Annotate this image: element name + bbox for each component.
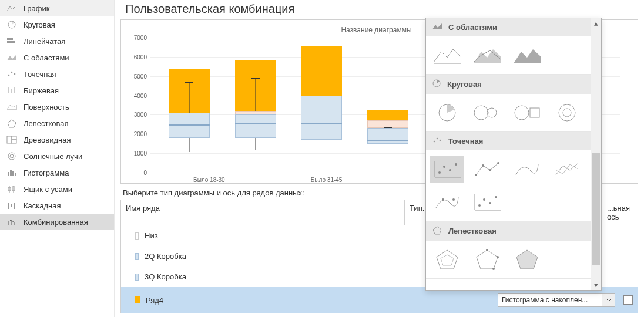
sidebar-item-label: Поверхность <box>24 103 69 112</box>
sidebar-item-label: Солнечные лучи <box>24 152 82 161</box>
svg-marker-30 <box>432 23 442 29</box>
chart-type-dropdown[interactable]: Гистограмма с накоплен... <box>498 293 615 307</box>
chart-subtype-thumb[interactable] <box>430 245 465 274</box>
series-swatch-icon <box>135 296 140 303</box>
sidebar-item-radar[interactable]: Лепестковая <box>0 115 114 131</box>
series-row[interactable]: Ряд4Гистограмма с накоплен... <box>121 287 638 313</box>
chart-subtype-thumb[interactable] <box>469 188 505 216</box>
pie-chart-icon <box>6 19 18 30</box>
sidebar-item-area[interactable]: С областями <box>0 49 114 66</box>
scrollbar[interactable]: ▴ ▾ <box>591 18 601 290</box>
chart-group-label: Круговая <box>447 80 482 89</box>
sidebar-item-stock[interactable]: Биржевая <box>0 82 114 99</box>
chart-subtype-thumb[interactable] <box>509 245 545 274</box>
col-secondary-axis: ...ьная ось <box>602 200 638 225</box>
sidebar-item-line[interactable]: График <box>0 0 114 16</box>
svg-point-60 <box>483 198 485 201</box>
chevron-down-icon[interactable] <box>602 294 615 306</box>
sidebar-item-surface[interactable]: Поверхность <box>0 99 114 115</box>
sidebar-item-label: Круговая <box>24 21 55 29</box>
svg-rect-18 <box>12 171 14 176</box>
sidebar-item-label: Гистограмма <box>24 168 69 177</box>
svg-point-44 <box>440 140 441 141</box>
chart-type-picker: С областямиКруговаяТочечнаяЛепестковая ▴… <box>425 18 602 291</box>
svg-point-47 <box>438 171 441 174</box>
svg-marker-10 <box>8 120 16 127</box>
sidebar-item-treemap[interactable]: Древовидная <box>0 131 114 148</box>
chart-subtype-thumb[interactable] <box>469 155 505 183</box>
sidebar-item-bar[interactable]: Линейчатая <box>0 33 114 49</box>
chart-subtype-thumb[interactable] <box>469 41 505 69</box>
chart-subtype-thumb[interactable] <box>509 155 545 183</box>
sidebar-item-histogram[interactable]: Гистограмма <box>0 164 114 181</box>
sidebar-item-label: Каскадная <box>24 201 61 210</box>
boxwhisker-chart-icon <box>6 184 18 194</box>
sidebar-item-pie[interactable]: Круговая <box>0 16 114 33</box>
svg-marker-63 <box>433 227 441 234</box>
svg-marker-32 <box>474 49 501 63</box>
main-panel: Пользовательская комбинация Название диа… <box>115 0 644 317</box>
svg-point-56 <box>452 198 455 201</box>
svg-point-38 <box>515 106 529 120</box>
secondary-axis-checkbox[interactable] <box>623 295 633 305</box>
sidebar-item-label: Линейчатая <box>24 37 65 46</box>
chart-type-sidebar: График Круговая Линейчатая С областями Т… <box>0 0 115 317</box>
svg-marker-3 <box>7 55 16 60</box>
svg-point-4 <box>8 75 10 76</box>
sidebar-item-label: Комбинированная <box>24 218 88 227</box>
sidebar-item-combo[interactable]: Комбинированная <box>0 214 114 230</box>
chart-yaxis: 01000200030004000500060007000 <box>128 38 149 173</box>
area-chart-icon <box>6 52 18 63</box>
sidebar-item-sunburst[interactable]: Солнечные лучи <box>0 148 114 164</box>
pie-icon <box>432 79 441 90</box>
waterfall-chart-icon <box>6 200 18 211</box>
chart-subtype-thumb[interactable] <box>469 245 505 274</box>
chart-subtype-thumb[interactable] <box>430 188 465 216</box>
sidebar-item-label: Биржевая <box>24 86 59 95</box>
svg-point-43 <box>437 138 438 140</box>
radar-chart-icon <box>6 118 18 129</box>
series-name: 3Q Коробка <box>145 272 186 281</box>
chart-group-label: Лепестковая <box>448 227 497 235</box>
svg-point-15 <box>10 154 14 158</box>
svg-rect-2 <box>7 41 15 43</box>
svg-rect-11 <box>7 136 12 143</box>
svg-rect-24 <box>8 203 9 209</box>
svg-point-42 <box>434 141 435 143</box>
chart-subtype-thumb[interactable] <box>430 99 465 127</box>
series-swatch-icon <box>135 253 139 260</box>
scroll-down-icon[interactable]: ▾ <box>591 280 601 290</box>
svg-rect-1 <box>7 38 13 40</box>
sidebar-item-boxwhisker[interactable]: Ящик с усами <box>0 181 114 197</box>
svg-point-62 <box>495 196 497 198</box>
svg-marker-70 <box>516 250 538 269</box>
svg-point-52 <box>482 164 484 167</box>
treemap-chart-icon <box>6 134 18 145</box>
chart-subtype-thumb[interactable] <box>509 41 545 69</box>
chart-subtype-thumb[interactable] <box>469 99 505 127</box>
svg-point-50 <box>455 163 457 166</box>
chart-subtype-thumb[interactable] <box>509 99 545 127</box>
svg-point-68 <box>497 256 499 258</box>
scroll-thumb[interactable] <box>592 153 600 265</box>
page-title: Пользовательская комбинация <box>120 0 638 19</box>
svg-point-67 <box>486 249 488 251</box>
svg-point-49 <box>449 169 451 171</box>
scroll-up-icon[interactable]: ▴ <box>591 18 601 28</box>
svg-point-61 <box>489 202 491 204</box>
svg-rect-16 <box>8 172 9 176</box>
sidebar-item-waterfall[interactable]: Каскадная <box>0 197 114 214</box>
chart-subtype-thumb[interactable] <box>430 155 465 183</box>
stock-chart-icon <box>6 85 18 96</box>
svg-marker-65 <box>441 255 454 265</box>
sidebar-item-scatter[interactable]: Точечная <box>0 66 114 82</box>
scatter-icon <box>432 136 442 146</box>
chart-subtype-thumb[interactable] <box>549 155 585 183</box>
chart-subtype-thumb[interactable] <box>549 99 585 127</box>
combo-chart-icon <box>6 217 18 227</box>
svg-rect-19 <box>15 173 16 176</box>
series-name: 2Q Коробка <box>145 252 186 261</box>
sidebar-item-label: Древовидная <box>24 136 71 144</box>
svg-rect-25 <box>11 204 12 207</box>
chart-subtype-thumb[interactable] <box>430 41 465 69</box>
